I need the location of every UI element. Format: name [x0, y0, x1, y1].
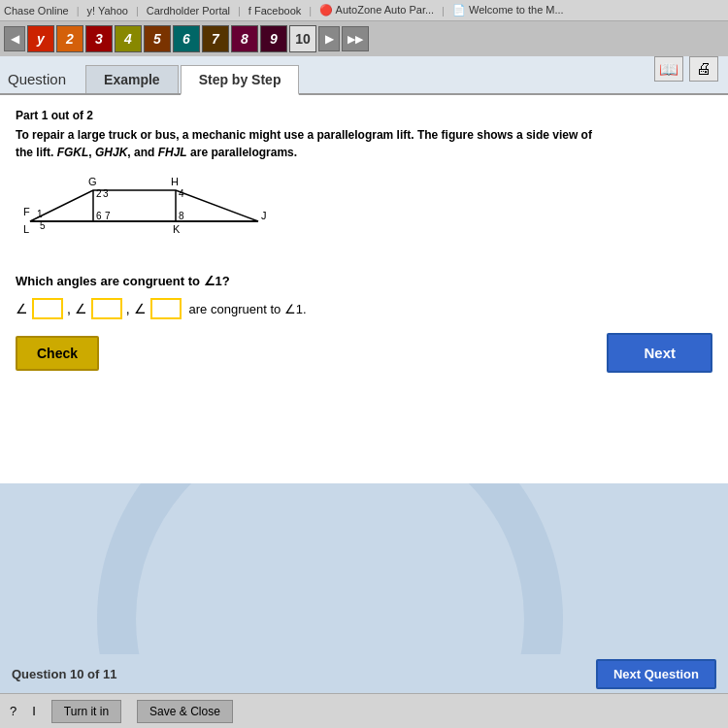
svg-text:G: G	[88, 176, 97, 187]
help-icon[interactable]: ?	[10, 704, 17, 718]
answer-input-3[interactable]	[150, 298, 182, 319]
info-icon[interactable]: I	[32, 704, 36, 718]
tab-3[interactable]: 3	[85, 25, 113, 52]
diagram: F G H J K L 1 2 3 4 5 6 7 8	[16, 173, 268, 260]
main-content: Part 1 out of 2 To repair a large truck …	[0, 95, 728, 483]
question-text: Which angles are congruent to ∠1?	[16, 274, 712, 288]
tab-prev-button[interactable]: ◀	[4, 26, 25, 51]
save-close-button[interactable]: Save & Close	[137, 700, 233, 723]
tab-question[interactable]: Question	[0, 65, 83, 93]
svg-text:H: H	[171, 176, 179, 187]
tab-2[interactable]: 2	[56, 25, 83, 52]
tab-5[interactable]: 5	[144, 25, 171, 52]
bookmark-yahoo[interactable]: y! Yahoo	[87, 5, 128, 17]
bookmark-facebook[interactable]: f Facebook	[248, 5, 301, 17]
tab-example[interactable]: Example	[85, 65, 179, 93]
button-row: Check Next	[16, 333, 712, 373]
tab-4[interactable]: 4	[115, 25, 142, 52]
answer-input-2[interactable]	[91, 298, 122, 319]
answer-suffix: are congruent to ∠1.	[189, 302, 307, 316]
svg-text:4: 4	[179, 188, 184, 199]
tab-bar: ◀ y 2 3 4 5 6 7 8 9 10 ▶ ▶▶	[0, 21, 728, 56]
turn-it-in-button[interactable]: Turn it in	[51, 700, 121, 723]
bookmark-cardholder[interactable]: Cardholder Portal	[147, 5, 230, 17]
browser-bar: Chase Online | y! Yahoo | Cardholder Por…	[0, 0, 728, 21]
bookmark-autozone[interactable]: 🔴 AutoZone Auto Par...	[319, 4, 434, 17]
svg-text:J: J	[261, 210, 267, 221]
question-footer: Question 10 of 11 Next Question	[0, 654, 728, 693]
angle-symbol-1: ∠	[16, 301, 28, 316]
part-label: Part 1 out of 2	[16, 109, 712, 122]
svg-text:5: 5	[40, 220, 46, 231]
tab-step-by-step[interactable]: Step by Step	[181, 65, 300, 95]
tab-next-double-button[interactable]: ▶▶	[342, 26, 369, 51]
print-icon[interactable]: 🖨	[689, 56, 718, 82]
tab-next-button[interactable]: ▶	[318, 26, 340, 51]
tab-1[interactable]: y	[27, 25, 54, 52]
bookmark-chase[interactable]: Chase Online	[4, 5, 69, 17]
svg-text:6: 6	[96, 211, 102, 221]
tab-7[interactable]: 7	[202, 25, 229, 52]
tab-9[interactable]: 9	[260, 25, 287, 52]
bottom-bar: ? I Turn it in Save & Close	[0, 693, 728, 728]
svg-text:L: L	[23, 223, 29, 235]
next-question-button[interactable]: Next Question	[596, 659, 716, 689]
bookmark-welcome[interactable]: 📄 Welcome to the M...	[452, 4, 564, 17]
svg-text:8: 8	[179, 211, 184, 221]
tab-10[interactable]: 10	[289, 25, 316, 52]
svg-text:2: 2	[96, 188, 102, 199]
svg-text:3: 3	[103, 188, 109, 199]
book-icon[interactable]: 📖	[654, 56, 683, 82]
svg-text:K: K	[173, 223, 181, 235]
angle-symbol-3: , ∠	[126, 301, 147, 316]
section-tabs: Question Example Step by Step	[0, 56, 728, 95]
question-counter: Question 10 of 11	[12, 667, 116, 681]
svg-text:1: 1	[37, 209, 43, 219]
problem-text: To repair a large truck or bus, a mechan…	[16, 126, 712, 161]
parallelogram-svg: F G H J K L 1 2 3 4 5 6 7 8	[16, 173, 287, 260]
tab-6[interactable]: 6	[173, 25, 200, 52]
watermark-area	[0, 483, 728, 678]
svg-marker-0	[30, 190, 258, 221]
svg-text:F: F	[23, 206, 30, 217]
next-button[interactable]: Next	[607, 333, 712, 373]
answer-row: ∠ , ∠ , ∠ are congruent to ∠1.	[16, 298, 712, 319]
angle-symbol-2: , ∠	[67, 301, 87, 316]
svg-text:7: 7	[105, 211, 111, 221]
check-button[interactable]: Check	[16, 336, 99, 371]
answer-input-1[interactable]	[32, 298, 63, 319]
top-icons: 📖 🖨	[654, 56, 718, 82]
tab-8[interactable]: 8	[231, 25, 258, 52]
